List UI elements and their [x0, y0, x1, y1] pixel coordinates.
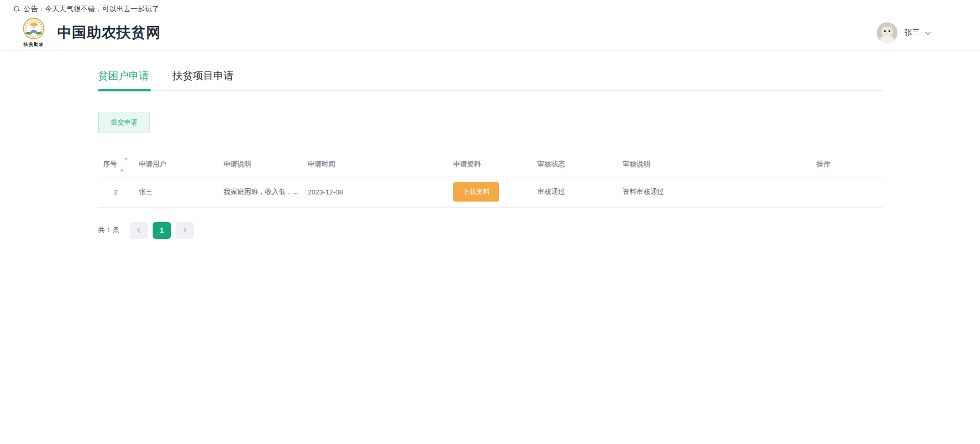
column-header-user: 申请用户: [134, 152, 218, 177]
tab-poverty-project-application[interactable]: 扶贫项目申请: [173, 69, 234, 90]
cell-review-note: 资料审核通过: [618, 177, 812, 207]
chevron-right-icon: [182, 227, 187, 233]
pagination: 共 1 条 1: [98, 222, 883, 239]
cell-time: 2023-12-08: [303, 177, 448, 207]
chevron-left-icon: [136, 227, 141, 233]
download-material-button[interactable]: 下载资料: [453, 182, 499, 202]
column-header-time: 申请时间: [303, 152, 448, 177]
caret-down-icon[interactable]: [124, 158, 128, 168]
site-logo: 扶贫助农: [19, 17, 48, 48]
column-header-index: 序号: [98, 152, 134, 177]
pagination-total: 共 1 条: [98, 226, 119, 235]
page-header: 扶贫助农 中国助农扶贫网 张三: [0, 14, 980, 51]
chevron-down-icon[interactable]: [925, 28, 931, 37]
main-content: 贫困户申请 扶贫项目申请 提交申请 序号 申请用户 申请说明 申请时间 申请资料…: [98, 69, 883, 239]
pagination-prev-button[interactable]: [130, 222, 148, 239]
cell-status: 审核通过: [532, 177, 618, 207]
farmer-emblem-icon: [19, 17, 48, 41]
submit-application-button[interactable]: 提交申请: [98, 112, 150, 133]
cell-description: 我家庭困难，收入低，...: [218, 177, 303, 207]
sort-carets-icon[interactable]: [120, 161, 128, 168]
tab-bar: 贫困户申请 扶贫项目申请: [98, 69, 883, 91]
caret-up-icon[interactable]: [120, 161, 124, 171]
announcement-bar: 公告：今天天气很不错，可以出去一起玩了: [0, 0, 980, 14]
site-title: 中国助农扶贫网: [57, 23, 161, 42]
bell-icon: [12, 5, 20, 13]
column-header-material: 申请资料: [448, 152, 532, 177]
cell-material: 下载资料: [448, 177, 532, 207]
tab-poor-household-application[interactable]: 贫困户申请: [98, 69, 149, 90]
column-header-status: 审核状态: [532, 152, 618, 177]
cat-avatar[interactable]: [877, 22, 897, 43]
column-header-review-note: 审核说明: [618, 152, 812, 177]
cell-index: 2: [98, 177, 134, 207]
logo-caption: 扶贫助农: [19, 41, 48, 48]
user-menu-trigger[interactable]: 张三: [877, 22, 931, 43]
pagination-next-button[interactable]: [176, 222, 194, 239]
applications-table: 序号 申请用户 申请说明 申请时间 申请资料 审核状态 审核说明 操作 2 张三…: [98, 152, 883, 208]
column-header-description: 申请说明: [218, 152, 303, 177]
cell-user: 张三: [134, 177, 218, 207]
table-header-row: 序号 申请用户 申请说明 申请时间 申请资料 审核状态 审核说明 操作: [98, 152, 883, 177]
username[interactable]: 张三: [904, 28, 920, 37]
table-row: 2 张三 我家庭困难，收入低，... 2023-12-08 下载资料 审核通过 …: [98, 177, 883, 207]
pagination-page-1[interactable]: 1: [153, 222, 171, 239]
announcement-text: 公告：今天天气很不错，可以出去一起玩了: [23, 5, 159, 14]
column-header-operation: 操作: [812, 152, 883, 177]
cell-operation: [812, 177, 883, 207]
